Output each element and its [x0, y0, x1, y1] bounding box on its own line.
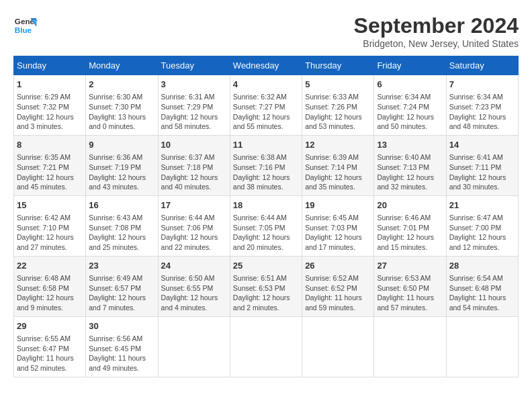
sunset: Sunset: 7:08 PM [89, 223, 154, 233]
calendar-cell: 5Sunrise: 6:33 AMSunset: 7:26 PMDaylight… [302, 75, 374, 136]
calendar-cell: 12Sunrise: 6:39 AMSunset: 7:14 PMDayligh… [302, 135, 374, 195]
sunset: Sunset: 7:11 PM [449, 163, 515, 173]
day-number: 21 [449, 199, 515, 212]
day-number: 2 [89, 79, 154, 91]
sunset: Sunset: 7:05 PM [233, 223, 299, 233]
day-number: 22 [17, 260, 83, 272]
sunrise: Sunrise: 6:52 AM [305, 273, 371, 283]
calendar-cell: 1Sunrise: 6:29 AMSunset: 7:32 PMDaylight… [14, 75, 86, 136]
day-number: 4 [233, 79, 299, 91]
calendar-cell: 2Sunrise: 6:30 AMSunset: 7:30 PMDaylight… [86, 75, 158, 136]
calendar-cell: 19Sunrise: 6:45 AMSunset: 7:03 PMDayligh… [302, 195, 374, 256]
daylight: Daylight: 12 hours and 27 minutes. [17, 232, 83, 252]
day-number: 10 [161, 139, 227, 151]
sunrise: Sunrise: 6:44 AM [233, 213, 299, 223]
day-number: 6 [377, 79, 443, 91]
sunset: Sunset: 7:19 PM [89, 163, 154, 173]
daylight: Daylight: 12 hours and 35 minutes. [305, 173, 371, 192]
sunset: Sunset: 6:48 PM [449, 283, 515, 293]
day-number: 17 [161, 199, 227, 212]
daylight: Daylight: 11 hours and 59 minutes. [305, 293, 371, 312]
day-number: 19 [305, 199, 371, 212]
sunset: Sunset: 6:58 PM [17, 283, 83, 293]
sunset: Sunset: 7:01 PM [377, 223, 443, 233]
calendar-cell [302, 316, 374, 377]
day-number: 7 [449, 79, 515, 91]
day-number: 15 [17, 199, 83, 212]
sunset: Sunset: 6:55 PM [161, 283, 227, 293]
daylight: Daylight: 12 hours and 7 minutes. [89, 293, 154, 312]
sunrise: Sunrise: 6:51 AM [233, 273, 299, 283]
sunset: Sunset: 6:57 PM [89, 283, 154, 293]
day-number: 3 [161, 79, 227, 91]
calendar-cell: 9Sunrise: 6:36 AMSunset: 7:19 PMDaylight… [86, 135, 158, 195]
daylight: Daylight: 12 hours and 58 minutes. [161, 112, 227, 132]
calendar-cell: 7Sunrise: 6:34 AMSunset: 7:23 PMDaylight… [446, 75, 518, 136]
calendar-cell: 28Sunrise: 6:54 AMSunset: 6:48 PMDayligh… [446, 256, 518, 316]
sunset: Sunset: 6:47 PM [17, 344, 83, 354]
daylight: Daylight: 12 hours and 40 minutes. [161, 173, 227, 192]
sunrise: Sunrise: 6:54 AM [449, 273, 515, 283]
daylight: Daylight: 12 hours and 3 minutes. [17, 112, 83, 132]
daylight: Daylight: 13 hours and 0 minutes. [89, 112, 154, 132]
col-header-thursday: Thursday [302, 56, 374, 75]
day-number: 28 [449, 260, 515, 272]
daylight: Daylight: 12 hours and 12 minutes. [449, 232, 515, 252]
daylight: Daylight: 12 hours and 53 minutes. [305, 112, 371, 132]
daylight: Daylight: 12 hours and 55 minutes. [233, 112, 299, 132]
day-number: 1 [17, 79, 83, 91]
calendar-cell [230, 316, 302, 377]
sunrise: Sunrise: 6:44 AM [161, 213, 227, 223]
calendar-cell: 25Sunrise: 6:51 AMSunset: 6:53 PMDayligh… [230, 256, 302, 316]
day-number: 14 [449, 139, 515, 151]
sunrise: Sunrise: 6:49 AM [89, 273, 154, 283]
daylight: Daylight: 12 hours and 48 minutes. [449, 112, 515, 132]
daylight: Daylight: 12 hours and 22 minutes. [161, 232, 227, 252]
sunrise: Sunrise: 6:47 AM [449, 213, 515, 223]
sunrise: Sunrise: 6:30 AM [89, 92, 154, 102]
calendar-cell [158, 316, 230, 377]
col-header-saturday: Saturday [446, 56, 518, 75]
sunset: Sunset: 7:18 PM [161, 163, 227, 173]
sunrise: Sunrise: 6:34 AM [377, 92, 443, 102]
sunrise: Sunrise: 6:29 AM [17, 92, 83, 102]
title-block: September 2024 Bridgeton, New Jersey, Un… [354, 13, 519, 49]
sunset: Sunset: 7:21 PM [17, 163, 83, 173]
day-number: 9 [89, 139, 154, 151]
calendar-cell: 26Sunrise: 6:52 AMSunset: 6:52 PMDayligh… [302, 256, 374, 316]
sunrise: Sunrise: 6:40 AM [377, 152, 443, 163]
calendar-cell: 20Sunrise: 6:46 AMSunset: 7:01 PMDayligh… [374, 195, 446, 256]
calendar-cell: 24Sunrise: 6:50 AMSunset: 6:55 PMDayligh… [158, 256, 230, 316]
day-number: 20 [377, 199, 443, 212]
calendar-cell: 10Sunrise: 6:37 AMSunset: 7:18 PMDayligh… [158, 135, 230, 195]
sunset: Sunset: 6:45 PM [89, 344, 154, 354]
col-header-wednesday: Wednesday [230, 56, 302, 75]
calendar-cell: 8Sunrise: 6:35 AMSunset: 7:21 PMDaylight… [14, 135, 86, 195]
daylight: Daylight: 12 hours and 32 minutes. [377, 173, 443, 192]
location: Bridgeton, New Jersey, United States [354, 38, 519, 49]
week-row-2: 8Sunrise: 6:35 AMSunset: 7:21 PMDaylight… [14, 135, 519, 195]
sunset: Sunset: 7:16 PM [233, 163, 299, 173]
sunset: Sunset: 7:24 PM [377, 102, 443, 112]
day-number: 11 [233, 139, 299, 151]
daylight: Daylight: 12 hours and 17 minutes. [305, 232, 371, 252]
daylight: Daylight: 11 hours and 54 minutes. [449, 293, 515, 312]
sunrise: Sunrise: 6:42 AM [17, 213, 83, 223]
day-number: 12 [305, 139, 371, 151]
sunrise: Sunrise: 6:48 AM [17, 273, 83, 283]
sunset: Sunset: 7:00 PM [449, 223, 515, 233]
calendar-cell: 6Sunrise: 6:34 AMSunset: 7:24 PMDaylight… [374, 75, 446, 136]
daylight: Daylight: 12 hours and 9 minutes. [17, 293, 83, 312]
sunrise: Sunrise: 6:35 AM [17, 152, 83, 163]
sunset: Sunset: 7:13 PM [377, 163, 443, 173]
calendar-table: SundayMondayTuesdayWednesdayThursdayFrid… [13, 56, 519, 377]
calendar-cell: 18Sunrise: 6:44 AMSunset: 7:05 PMDayligh… [230, 195, 302, 256]
daylight: Daylight: 12 hours and 4 minutes. [161, 293, 227, 312]
month-title: September 2024 [354, 13, 519, 38]
sunset: Sunset: 6:50 PM [377, 283, 443, 293]
sunset: Sunset: 7:23 PM [449, 102, 515, 112]
day-number: 5 [305, 79, 371, 91]
col-header-monday: Monday [86, 56, 158, 75]
day-number: 13 [377, 139, 443, 151]
daylight: Daylight: 12 hours and 45 minutes. [17, 173, 83, 192]
